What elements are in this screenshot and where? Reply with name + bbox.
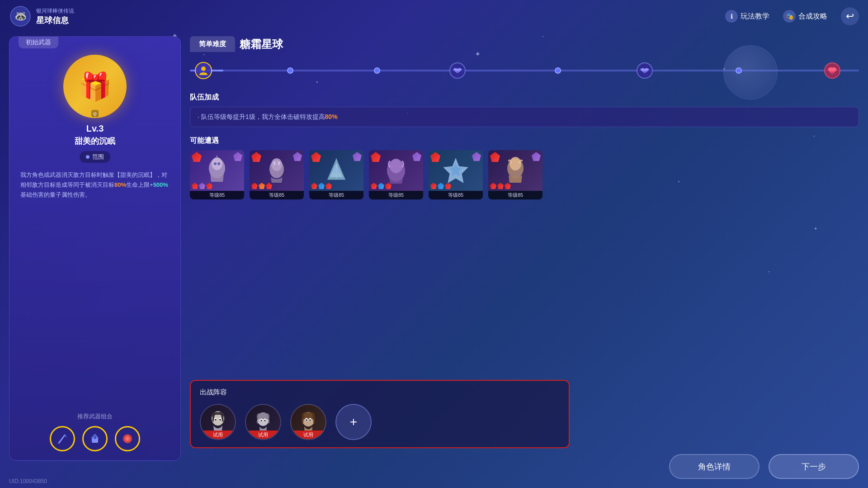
svg-text:🦝: 🦝 <box>14 10 27 22</box>
progress-node-3[interactable] <box>449 62 466 79</box>
svg-rect-15 <box>274 161 275 165</box>
top-bar: 🦝 银河球棒侠传说 星球信息 ℹ 玩法教学 🎭 合成攻略 ↩ <box>0 0 868 33</box>
enemy-rank-icon-2 <box>251 152 261 162</box>
team-bonus-box: · 队伍等级每提升1级，我方全体击破特攻提高80% <box>190 107 859 127</box>
left-panel: 初始武器 🎁 φ Lv.3 甜美的沉眠 范围 我方角色或武器消灭敌方目标时触发【… <box>9 36 181 461</box>
synthesis-label: 合成攻略 <box>798 12 827 21</box>
svg-point-11 <box>214 162 217 165</box>
enemy-rank-icon-5 <box>430 152 440 162</box>
enemy-card-2[interactable]: 等级85 <box>250 150 304 199</box>
panel-tag: 初始武器 <box>19 37 58 48</box>
svg-point-41 <box>306 419 307 421</box>
progress-node-7[interactable] <box>824 62 840 79</box>
weapon-combo <box>50 426 140 451</box>
svg-point-7 <box>201 66 206 71</box>
svg-rect-16 <box>278 161 280 165</box>
enemy-level-5: 等级85 <box>429 191 483 199</box>
game-subtitle: 银河球棒侠传说 <box>36 7 74 15</box>
top-right-buttons: ℹ 玩法教学 🎭 合成攻略 ↩ <box>725 7 859 25</box>
synthesis-icon: 🎭 <box>783 10 796 23</box>
enemy-card-1[interactable]: 等级85 <box>190 150 244 199</box>
team-section-title: 队伍加成 <box>190 93 859 102</box>
weapon-icon: 🎁 φ <box>63 55 127 118</box>
enemy-level-6: 等级85 <box>488 191 542 199</box>
progress-node-0[interactable] <box>195 62 212 79</box>
svg-rect-3 <box>94 436 96 439</box>
char-2-trial: 试用 <box>246 431 280 439</box>
enemies-section-title: 可能遭遇 <box>190 136 859 146</box>
enemy-type-icon-6 <box>532 152 541 161</box>
char-avatar-3[interactable]: 试用 <box>290 404 326 440</box>
enemy-level-4: 等级85 <box>369 191 423 199</box>
progress-node-2[interactable] <box>374 67 380 74</box>
battle-section: 出战阵容 试用 <box>190 380 570 448</box>
enemy-level-2: 等级85 <box>250 191 304 199</box>
info-icon: ℹ <box>725 10 738 23</box>
enemy-rank-icon-1 <box>192 152 202 162</box>
enemy-level-1: 等级85 <box>190 191 244 199</box>
svg-point-31 <box>215 419 217 421</box>
progress-bar <box>190 59 859 82</box>
combo-weapon-2[interactable] <box>82 426 108 451</box>
svg-point-36 <box>260 420 262 422</box>
combo-weapon-1[interactable] <box>50 426 75 451</box>
battle-title: 出战阵容 <box>200 388 560 397</box>
planet-title: 糖霜星球 <box>240 37 283 52</box>
svg-point-6 <box>127 438 128 440</box>
tutorial-button[interactable]: ℹ 玩法教学 <box>725 10 769 23</box>
svg-point-32 <box>219 419 221 421</box>
enemy-rank-icon-3 <box>311 152 321 162</box>
range-dot <box>86 155 90 159</box>
enemy-card-5[interactable]: 等级85 <box>429 150 483 199</box>
enemy-rank-icon-6 <box>490 152 500 162</box>
logo-icon: 🦝 <box>9 5 32 28</box>
enemy-type-icon-2 <box>293 152 302 161</box>
combo-weapon-3[interactable] <box>115 426 140 451</box>
next-step-button[interactable]: 下一步 <box>769 454 859 479</box>
char-1-trial: 试用 <box>201 431 235 439</box>
char-3-trial: 试用 <box>291 431 326 439</box>
progress-node-5[interactable] <box>637 62 653 79</box>
bottom-buttons: 角色详情 下一步 <box>669 454 859 479</box>
svg-point-42 <box>309 419 311 421</box>
difficulty-tabs: 简单难度 糖霜星球 <box>190 36 859 52</box>
enemy-rank-icon-4 <box>371 152 381 162</box>
enemy-type-icon-3 <box>353 152 362 161</box>
logo-text: 银河球棒侠传说 星球信息 <box>36 7 74 26</box>
svg-point-23 <box>390 159 402 173</box>
enemy-level-3: 等级85 <box>309 191 363 199</box>
enemy-type-icon-5 <box>472 152 481 161</box>
enemy-type-icon-4 <box>412 152 421 161</box>
character-detail-button[interactable]: 角色详情 <box>669 454 760 479</box>
difficulty-tab-easy[interactable]: 简单难度 <box>190 36 235 52</box>
weapon-description: 我方角色或武器消灭敌方目标时触发【甜美的沉眠】，对相邻敌方目标造成等同于被消灭目… <box>9 163 180 207</box>
battle-box: 出战阵容 试用 <box>190 380 570 448</box>
tutorial-label: 玩法教学 <box>741 12 769 21</box>
svg-point-14 <box>271 158 282 171</box>
svg-point-37 <box>264 420 266 422</box>
battle-characters: 试用 试用 <box>200 404 560 440</box>
svg-point-9 <box>212 157 222 170</box>
weapon-level: Lv.3 <box>86 123 104 134</box>
synthesis-button[interactable]: 🎭 合成攻略 <box>783 10 827 23</box>
team-bonus-text: · 队伍等级每提升1级，我方全体击破特攻提高80% <box>198 113 338 120</box>
enemy-card-6[interactable]: 等级85 <box>488 150 542 199</box>
char-avatar-1[interactable]: 试用 <box>200 404 236 440</box>
enemies-grid: 等级85 等级85 <box>190 150 859 199</box>
recommend-label: 推荐武器组合 <box>77 412 113 421</box>
enemy-card-4[interactable]: 等级85 <box>369 150 423 199</box>
logo-section: 🦝 银河球棒侠传说 星球信息 <box>9 5 74 28</box>
uid-display: UID:100043850 <box>9 478 47 484</box>
progress-node-6[interactable] <box>736 67 742 74</box>
svg-point-12 <box>217 162 220 165</box>
enemy-card-3[interactable]: 等级85 <box>309 150 363 199</box>
progress-node-1[interactable] <box>287 67 293 74</box>
progress-node-4[interactable] <box>555 67 561 74</box>
back-button[interactable]: ↩ <box>841 7 859 25</box>
char-avatar-2[interactable]: 试用 <box>245 404 281 440</box>
page-title: 星球信息 <box>36 15 74 26</box>
weapon-name: 甜美的沉眠 <box>75 136 115 147</box>
svg-point-27 <box>509 157 521 171</box>
add-character-button[interactable]: + <box>335 404 372 440</box>
enemy-type-icon-1 <box>233 152 242 161</box>
